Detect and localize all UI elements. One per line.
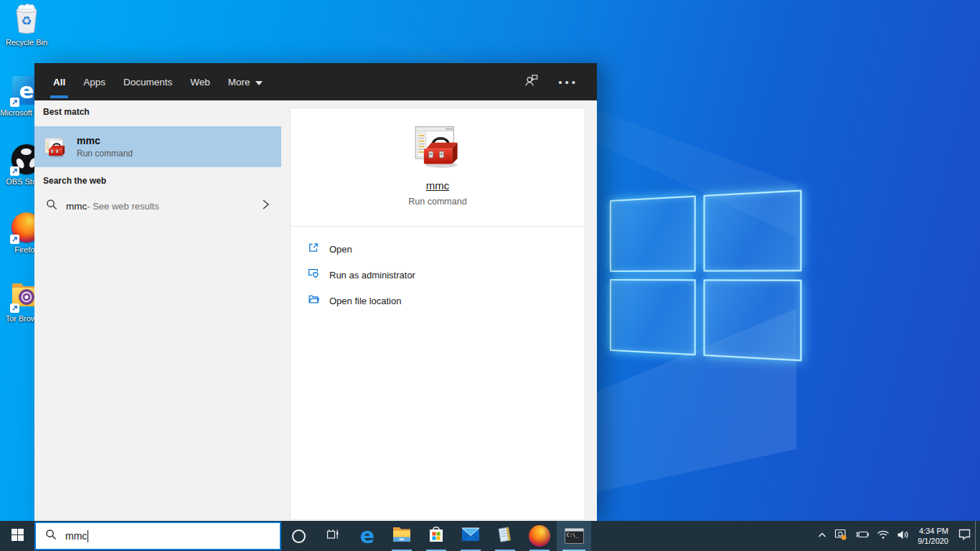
- windows-logo: [610, 189, 802, 361]
- tray-wifi-button[interactable]: [873, 521, 893, 551]
- start-button[interactable]: [0, 521, 34, 551]
- firefox-icon: [529, 525, 550, 547]
- tray-clock[interactable]: 4:34 PM 9/1/2020: [913, 526, 954, 547]
- windows-logo-pane: [610, 195, 696, 272]
- person-feedback-icon[interactable]: [523, 72, 540, 92]
- taskbar-cmd-button[interactable]: C:\_: [557, 521, 591, 551]
- system-tray: 4:34 PM 9/1/2020: [814, 521, 980, 551]
- taskbar-edge-button[interactable]: e: [350, 521, 385, 551]
- taskbar-firefox-button[interactable]: [522, 521, 557, 551]
- best-match-heading: Best match: [43, 107, 90, 117]
- shortcut-arrow-icon: [10, 303, 19, 313]
- show-desktop-button[interactable]: [975, 521, 980, 551]
- action-label: Open: [329, 244, 352, 255]
- tab-documents[interactable]: Documents: [123, 63, 172, 100]
- tray-windows-update-button[interactable]: [831, 521, 852, 551]
- chevron-up-icon: [817, 529, 827, 542]
- tab-more[interactable]: More: [228, 63, 263, 100]
- action-open[interactable]: Open: [308, 236, 585, 262]
- svg-text:♻: ♻: [21, 14, 32, 28]
- action-run-as-administrator[interactable]: Run as administrator: [308, 262, 585, 288]
- action-label: Run as administrator: [329, 270, 415, 281]
- text-caret: [88, 530, 88, 542]
- tab-all[interactable]: All: [53, 63, 65, 100]
- result-title: mmc: [77, 135, 133, 146]
- search-results-body: Best match mmc Run command Search the we…: [34, 100, 597, 521]
- web-search-result[interactable]: mmc - See web results: [34, 192, 281, 220]
- command-prompt-icon: C:\_: [565, 528, 584, 544]
- shortcut-arrow-icon: [10, 98, 19, 107]
- result-preview-pane: mmc Run command Open: [290, 108, 585, 520]
- web-suffix-text: - See web results: [87, 201, 159, 212]
- search-input-value: mmc: [65, 530, 87, 542]
- edge-icon: e: [360, 525, 374, 547]
- windows-logo-pane: [610, 279, 696, 356]
- shortcut-arrow-icon: [10, 235, 19, 244]
- notepad-icon: [496, 526, 514, 546]
- chevron-down-icon: [255, 77, 263, 88]
- tray-volume-button[interactable]: [893, 521, 913, 551]
- search-icon: [46, 199, 57, 213]
- taskbar-mail-button[interactable]: [453, 521, 488, 551]
- microsoft-store-icon: [428, 525, 445, 547]
- tray-overflow-button[interactable]: [814, 521, 831, 551]
- ellipsis-icon[interactable]: •••: [558, 77, 578, 88]
- search-the-web-heading: Search the web: [43, 176, 106, 186]
- search-flyout-panel: All Apps Documents Web More: [34, 63, 597, 521]
- taskbar-search-input[interactable]: mmc: [34, 522, 281, 550]
- best-match-result-mmc[interactable]: mmc Run command: [34, 126, 281, 167]
- taskbar-store-button[interactable]: [419, 521, 453, 551]
- open-icon: [308, 242, 319, 256]
- windows-logo-pane: [703, 189, 801, 271]
- tray-time: 4:34 PM: [918, 526, 948, 536]
- action-label: Open file location: [329, 296, 401, 306]
- volume-icon: [897, 529, 910, 543]
- mmc-toolbox-icon: [413, 121, 462, 170]
- action-open-file-location[interactable]: Open file location: [308, 288, 585, 314]
- preview-subtitle: Run command: [408, 197, 466, 207]
- battery-charging-icon: [855, 529, 870, 542]
- task-view-icon: [326, 527, 340, 545]
- file-explorer-icon: [392, 527, 411, 545]
- action-list: Open Run as administrator: [291, 227, 585, 314]
- mmc-toolbox-icon: [44, 136, 67, 159]
- search-tabs-bar: All Apps Documents Web More: [34, 63, 597, 100]
- windows-logo-pane: [703, 279, 801, 361]
- desktop-icon-recycle-bin[interactable]: ♻ Recycle Bin: [0, 4, 53, 48]
- action-center-button[interactable]: [954, 521, 975, 551]
- taskbar: mmc e: [0, 521, 980, 551]
- recycle-bin-icon: ♻: [11, 3, 42, 37]
- desktop-icon-label: Recycle Bin: [6, 38, 47, 48]
- wifi-icon: [877, 529, 890, 542]
- web-query-text: mmc: [66, 201, 87, 212]
- taskbar-notepad-button[interactable]: [488, 521, 522, 551]
- windows-start-icon: [11, 529, 24, 544]
- cortana-button[interactable]: [281, 521, 316, 551]
- result-subtitle: Run command: [77, 149, 133, 159]
- taskbar-file-explorer-button[interactable]: [385, 521, 419, 551]
- action-center-icon: [958, 528, 971, 544]
- tray-battery-button[interactable]: [852, 521, 873, 551]
- preview-title-link[interactable]: mmc: [426, 179, 450, 192]
- tab-apps[interactable]: Apps: [83, 63, 105, 100]
- shortcut-arrow-icon: [10, 166, 19, 176]
- run-as-admin-shield-icon: [308, 268, 319, 282]
- results-column: Best match mmc Run command Search the we…: [34, 100, 290, 521]
- tray-date: 9/1/2020: [918, 536, 948, 546]
- chevron-right-icon[interactable]: [262, 199, 270, 213]
- windows-update-icon: [834, 529, 848, 544]
- tab-web[interactable]: Web: [190, 63, 210, 100]
- mail-icon: [461, 527, 480, 545]
- screen: ♻ Recycle Bin e Microsoft Edge: [0, 0, 980, 551]
- cortana-icon: [292, 529, 306, 543]
- open-file-location-icon: [308, 293, 319, 308]
- search-icon: [45, 529, 57, 543]
- task-view-button[interactable]: [316, 521, 350, 551]
